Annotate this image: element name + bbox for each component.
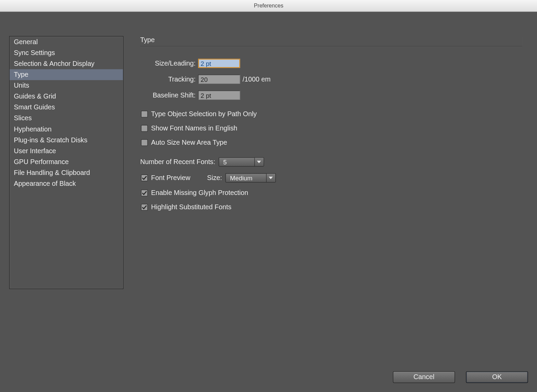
baseline-shift-label: Baseline Shift: [140, 91, 198, 99]
font-preview-size-label: Size: [207, 174, 222, 182]
sidebar-item-guides-grid[interactable]: Guides & Grid [10, 91, 123, 102]
sidebar-item-smart-guides[interactable]: Smart Guides [10, 102, 123, 113]
sidebar-item-appearance-of-black[interactable]: Appearance of Black [10, 178, 123, 189]
sidebar-item-sync-settings[interactable]: Sync Settings [10, 48, 123, 58]
sidebar-item-gpu-performance[interactable]: GPU Performance [10, 157, 123, 167]
dialog-buttons: Cancel OK [393, 371, 528, 383]
recent-fonts-value: 5 [219, 158, 254, 166]
tracking-label: Tracking: [140, 75, 198, 83]
chevron-down-icon [254, 158, 263, 166]
section-title: Type [140, 36, 522, 47]
glyph-protection-checkbox[interactable] [141, 190, 148, 196]
sidebar-item-general[interactable]: General [10, 36, 123, 47]
cancel-button[interactable]: Cancel [393, 371, 455, 383]
font-preview-size-value: Medium [226, 174, 266, 182]
chevron-down-icon [266, 174, 275, 182]
glyph-protection-label: Enable Missing Glyph Protection [151, 189, 248, 197]
sidebar-item-slices[interactable]: Slices [10, 113, 123, 124]
size-leading-label: Size/Leading: [140, 59, 198, 67]
path-only-label: Type Object Selection by Path Only [151, 110, 257, 118]
size-leading-input[interactable] [198, 59, 240, 68]
font-preview-label: Font Preview [151, 174, 190, 182]
english-names-checkbox[interactable] [141, 125, 148, 132]
sidebar-item-units[interactable]: Units [10, 80, 123, 91]
font-preview-size-dropdown[interactable]: Medium [225, 173, 276, 182]
ok-button[interactable]: OK [466, 371, 528, 383]
tracking-input[interactable] [198, 75, 240, 84]
sidebar-item-file-handling-clipboard[interactable]: File Handling & Clipboard [10, 167, 123, 178]
english-names-label: Show Font Names in English [151, 125, 238, 132]
font-preview-checkbox[interactable] [141, 175, 148, 181]
recent-fonts-dropdown[interactable]: 5 [219, 157, 264, 166]
sidebar-item-plug-ins-scratch-disks[interactable]: Plug-ins & Scratch Disks [10, 135, 123, 145]
autosize-label: Auto Size New Area Type [151, 139, 227, 146]
type-section: Type Size/Leading: Tracking: /1000 em Ba… [140, 36, 522, 218]
sidebar-item-type[interactable]: Type [10, 69, 123, 80]
category-sidebar: GeneralSync SettingsSelection & Anchor D… [9, 36, 123, 289]
window-title: Preferences [254, 2, 283, 9]
highlight-subst-checkbox[interactable] [141, 204, 148, 211]
preferences-panel: GeneralSync SettingsSelection & Anchor D… [0, 12, 537, 392]
baseline-shift-input[interactable] [198, 91, 240, 100]
path-only-checkbox[interactable] [141, 111, 148, 118]
sidebar-item-hyphenation[interactable]: Hyphenation [10, 124, 123, 135]
sidebar-item-user-interface[interactable]: User Interface [10, 146, 123, 157]
highlight-subst-label: Highlight Substituted Fonts [151, 203, 231, 211]
tracking-suffix: /1000 em [243, 75, 271, 83]
recent-fonts-label: Number of Recent Fonts: [140, 158, 215, 166]
autosize-checkbox[interactable] [141, 139, 148, 146]
window-titlebar: Preferences [0, 0, 537, 12]
sidebar-item-selection-anchor-display[interactable]: Selection & Anchor Display [10, 58, 123, 69]
